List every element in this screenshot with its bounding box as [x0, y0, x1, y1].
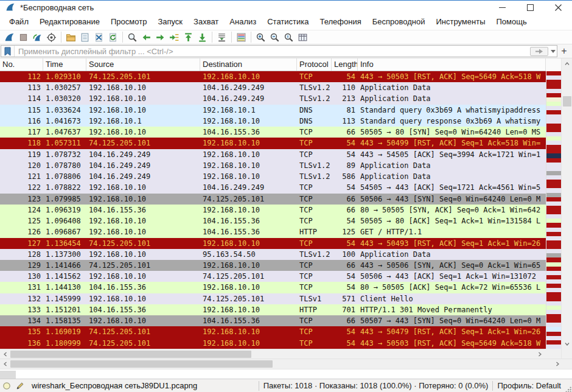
packet-row[interactable]: 1171.047637192.168.10.10104.16.155.36TCP…: [0, 127, 546, 138]
cell-proto: TCP: [297, 271, 332, 282]
minimap-stripe: [546, 84, 561, 88]
hscroll2-left-arrow[interactable]: [0, 359, 10, 369]
column-header-time[interactable]: Time: [43, 58, 86, 71]
packet-row[interactable]: 1301.141562192.168.10.1074.125.205.101TC…: [0, 271, 546, 282]
vscroll-down-arrow[interactable]: [562, 338, 572, 349]
packet-row[interactable]: 1241.096319104.16.155.36192.168.10.10TCP…: [0, 205, 546, 215]
hscroll2-thumb[interactable]: [10, 360, 273, 368]
menu-item-statistics[interactable]: Статистика: [262, 14, 314, 30]
menu-item-capture[interactable]: Захват: [188, 14, 224, 30]
go-to-packet-icon[interactable]: [167, 30, 181, 44]
packet-row[interactable]: 1361.18099974.125.205.101192.168.10.10TC…: [0, 338, 546, 349]
capture-comment-icon[interactable]: [13, 382, 27, 390]
filter-bookmark-icon[interactable]: [1, 46, 15, 57]
hscroll-thumb[interactable]: [10, 351, 251, 358]
packet-row[interactable]: 1341.158135192.168.10.10104.16.155.36TCP…: [0, 315, 546, 326]
menu-item-file[interactable]: Файл: [4, 14, 34, 30]
packet-row[interactable]: 1161.041673192.168.10.1192.168.10.10DNS1…: [0, 116, 546, 127]
add-filter-button[interactable]: +: [557, 45, 571, 57]
menu-item-tools[interactable]: Инструменты: [430, 14, 490, 30]
menu-item-telephony[interactable]: Телефония: [314, 14, 366, 30]
apply-filter-button[interactable]: [530, 47, 548, 56]
packet-color-minimap[interactable]: [546, 71, 561, 349]
restart-capture-icon[interactable]: [30, 30, 44, 44]
vscroll-up-arrow[interactable]: [562, 58, 572, 69]
packet-row[interactable]: 1261.096867192.168.10.10104.16.155.36HTT…: [0, 226, 546, 237]
auto-scroll-icon[interactable]: [215, 30, 229, 44]
packet-row[interactable]: 1281.137300192.168.10.1095.163.54.50TLSv…: [0, 249, 546, 260]
zoom-out-icon[interactable]: [268, 30, 282, 44]
open-file-icon[interactable]: [64, 30, 78, 44]
minimap-stripe: [546, 132, 561, 136]
vscroll-thumb[interactable]: [563, 96, 571, 107]
zoom-100-icon[interactable]: [282, 30, 296, 44]
menu-item-analyze[interactable]: Анализ: [224, 14, 262, 30]
colorize-icon[interactable]: [234, 30, 248, 44]
cell-len: 54: [332, 326, 358, 337]
go-back-icon[interactable]: [139, 30, 153, 44]
find-packet-icon[interactable]: [125, 30, 139, 44]
packet-row[interactable]: 1211.078806104.16.249.249192.168.10.10TL…: [0, 171, 546, 182]
wireshark-logo-icon: [5, 2, 15, 12]
display-filter-input[interactable]: [15, 46, 529, 57]
menu-item-help[interactable]: Помощь: [491, 14, 532, 30]
save-file-icon[interactable]: [78, 30, 92, 44]
hscroll-right-arrow[interactable]: [534, 349, 545, 359]
cell-dst: 104.16.249.249: [200, 82, 297, 93]
start-capture-icon[interactable]: [2, 30, 16, 44]
packet-row[interactable]: 1291.14146674.125.205.101192.168.10.10TC…: [0, 260, 546, 271]
cell-info: 443 → 54505 [ACK] Seq=3994 Ack=1721 Win=…: [358, 149, 546, 160]
cell-info: Client Hello: [358, 293, 546, 304]
packet-row[interactable]: 1321.145999192.168.10.1074.125.205.101TL…: [0, 293, 546, 304]
cell-info: 443 → 50506 [SYN, ACK] Seq=0 Ack=1 Win=6…: [358, 260, 546, 271]
expert-info-icon[interactable]: [0, 382, 13, 390]
go-top-icon[interactable]: [181, 30, 195, 44]
hscroll2-right-arrow[interactable]: [552, 359, 562, 369]
close-button[interactable]: [544, 1, 572, 14]
packet-row[interactable]: 1151.033624192.168.10.10192.168.10.1DNS8…: [0, 105, 546, 116]
go-bottom-icon[interactable]: [195, 30, 209, 44]
cell-info: 80 → 50505 [SYN, ACK] Seq=0 Ack=1 Win=64…: [358, 205, 546, 215]
packet-row[interactable]: 1141.030320192.168.10.10104.16.249.249TL…: [0, 93, 546, 104]
go-forward-icon[interactable]: [153, 30, 167, 44]
close-file-icon[interactable]: [92, 30, 106, 44]
resize-grip[interactable]: [563, 385, 571, 392]
packet-row[interactable]: 1311.144130104.16.155.36192.168.10.10TCP…: [0, 282, 546, 293]
capture-file-name[interactable]: wireshark_Беспроводная сетьJ89DU1.pcapng: [32, 381, 197, 390]
column-header-len[interactable]: Length: [332, 58, 358, 71]
maximize-button[interactable]: [516, 1, 544, 14]
zoom-in-icon[interactable]: [254, 30, 268, 44]
column-header-info[interactable]: Info: [358, 58, 546, 71]
packet-row[interactable]: 1271.13645474.125.205.101192.168.10.10TC…: [0, 238, 546, 249]
column-header-src[interactable]: Source: [86, 58, 200, 71]
menu-item-wireless[interactable]: Беспроводной: [367, 14, 431, 30]
filter-history-dropdown[interactable]: [549, 46, 557, 57]
column-header-no[interactable]: No.: [0, 58, 43, 71]
minimap-stripe: [546, 102, 561, 106]
menu-item-view[interactable]: Просмотр: [105, 14, 152, 30]
capture-options-icon[interactable]: [44, 30, 58, 44]
column-header-dst[interactable]: Destination: [200, 58, 297, 71]
menu-item-go[interactable]: Запуск: [152, 14, 188, 30]
cell-time: 1.180999: [43, 338, 86, 349]
packet-row[interactable]: 1121.02931074.125.205.101192.168.10.10TC…: [0, 71, 546, 82]
minimap-stripe: [546, 292, 561, 296]
cell-proto: TCP: [297, 205, 332, 215]
packet-row[interactable]: 1231.079985192.168.10.1074.125.205.101TC…: [0, 194, 546, 205]
packet-row[interactable]: 1221.078822192.168.10.10104.16.249.249TC…: [0, 182, 546, 193]
packet-row[interactable]: 1191.078732104.16.249.249192.168.10.10TC…: [0, 149, 546, 160]
minimize-button[interactable]: [488, 1, 516, 14]
stop-capture-icon[interactable]: [16, 30, 30, 44]
packet-row[interactable]: 1131.030257192.168.10.10104.16.249.249TL…: [0, 82, 546, 93]
hscroll-left-arrow[interactable]: [0, 349, 10, 359]
packet-row[interactable]: 1201.078780104.16.249.249192.168.10.10TL…: [0, 160, 546, 171]
packet-row[interactable]: 1251.096408192.168.10.10104.16.155.36TCP…: [0, 215, 546, 226]
packet-row[interactable]: 1351.16901974.125.205.101192.168.10.10TC…: [0, 326, 546, 337]
column-header-proto[interactable]: Protocol: [297, 58, 332, 71]
profile-label[interactable]: Профиль: Default: [497, 381, 561, 390]
packet-row[interactable]: 1331.151201104.16.155.36192.168.10.10HTT…: [0, 304, 546, 315]
resize-columns-icon[interactable]: [296, 30, 310, 44]
reload-file-icon[interactable]: [106, 30, 120, 44]
packet-row[interactable]: 1181.05731174.125.205.101192.168.10.10TC…: [0, 138, 546, 149]
menu-item-edit[interactable]: Редактирование: [34, 14, 105, 30]
